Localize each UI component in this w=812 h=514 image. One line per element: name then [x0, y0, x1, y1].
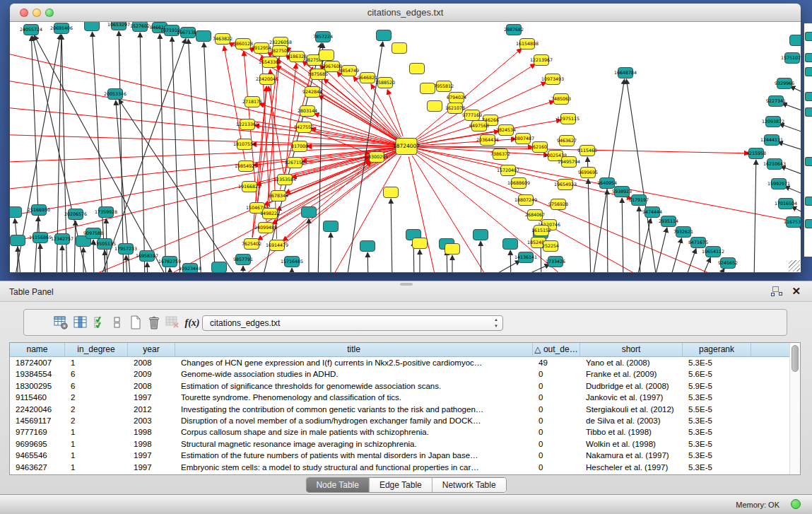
- graph-node[interactable]: [212, 262, 227, 273]
- graph-node[interactable]: 12444131: [760, 135, 783, 146]
- graph-node[interactable]: 5938923: [612, 187, 632, 197]
- graph-node[interactable]: [384, 187, 399, 198]
- graph-node[interactable]: 817008: [291, 141, 308, 152]
- graph-node[interactable]: 3824534: [496, 125, 516, 136]
- tab-edge-table[interactable]: Edge Table: [369, 478, 432, 492]
- graph-node[interactable]: [420, 83, 435, 94]
- column-header-out_degree[interactable]: △ out_de…: [533, 343, 580, 357]
- graph-node[interactable]: 7857224: [313, 32, 333, 42]
- graph-node[interactable]: 16782759: [158, 257, 181, 267]
- graph-node[interactable]: 12975115: [557, 114, 579, 124]
- graph-node[interactable]: [503, 239, 518, 250]
- graph-node[interactable]: 8471675: [688, 238, 708, 248]
- graph-node[interactable]: 12342757: [51, 234, 73, 245]
- graph-node[interactable]: 13505135: [93, 239, 116, 250]
- graph-node[interactable]: 8186328: [287, 52, 307, 62]
- column-header-name[interactable]: name: [10, 343, 65, 357]
- graph-node[interactable]: 1615152: [531, 226, 551, 236]
- table-row[interactable]: 1830029562008Estimation of significance …: [10, 380, 789, 392]
- graph-node[interactable]: [377, 30, 392, 41]
- graph-node[interactable]: 1498222: [260, 209, 280, 219]
- graph-node[interactable]: 20364436: [476, 135, 499, 146]
- resize-grip-icon[interactable]: [789, 260, 800, 271]
- column-header-pagerank[interactable]: pagerank: [683, 343, 751, 357]
- graph-node[interactable]: 2935114: [659, 216, 678, 227]
- graph-node[interactable]: 8678344: [269, 191, 288, 201]
- graph-node[interactable]: 2718176: [242, 97, 262, 107]
- graph-node[interactable]: 6179197: [629, 195, 649, 206]
- graph-node[interactable]: 12213967: [530, 55, 553, 66]
- graph-node[interactable]: 9777169: [462, 110, 482, 121]
- graph-node[interactable]: 7955812: [434, 81, 454, 92]
- graph-node[interactable]: 19654923: [554, 180, 577, 190]
- table-select-combobox[interactable]: citations_edges.txt ▲▼: [202, 315, 503, 331]
- graph-node[interactable]: [10, 207, 22, 218]
- graph-node[interactable]: [11, 235, 25, 246]
- graph-node[interactable]: 9646821: [358, 73, 377, 83]
- graph-node[interactable]: 8860128: [233, 39, 253, 49]
- graph-node[interactable]: [360, 241, 375, 252]
- graph-node[interactable]: 1588520: [375, 78, 395, 88]
- column-header-year[interactable]: year: [128, 343, 175, 357]
- graph-node[interactable]: 9245652: [718, 258, 738, 269]
- graph-node[interactable]: 9857791: [233, 255, 253, 265]
- table-row[interactable]: 911546021997Tourette syndrome. Phenomeno…: [10, 392, 789, 403]
- graph-node[interactable]: 9227341: [766, 96, 786, 107]
- graph-node[interactable]: 9097588: [83, 228, 103, 239]
- graph-node[interactable]: 8912954: [252, 43, 271, 54]
- graph-node[interactable]: 252254: [542, 241, 559, 252]
- graph-node[interactable]: 1733426: [546, 257, 565, 267]
- graph-node[interactable]: 62160: [533, 142, 548, 153]
- function-builder-icon[interactable]: f(x): [184, 315, 201, 332]
- graph-node[interactable]: 20053346: [104, 89, 126, 100]
- graph-node[interactable]: 7463822: [213, 34, 233, 45]
- graph-node[interactable]: 12093872: [762, 117, 784, 127]
- graph-node[interactable]: [392, 43, 407, 54]
- graph-node[interactable]: 16210643: [763, 159, 786, 170]
- graph-node[interactable]: 17957233: [114, 244, 137, 255]
- column-header-title[interactable]: title: [175, 343, 533, 357]
- graph-node[interactable]: 14099489: [254, 223, 277, 233]
- graph-node[interactable]: 6794024: [447, 93, 466, 103]
- graph-node[interactable]: 9699695: [578, 168, 598, 178]
- table-row[interactable]: 946554611997Estimation of the future num…: [10, 450, 789, 461]
- tab-network-table[interactable]: Network Table: [432, 478, 506, 492]
- graph-node[interactable]: 8875685: [308, 69, 328, 80]
- graph-node[interactable]: 12213369: [236, 119, 259, 130]
- graph-node[interactable]: 17359928: [95, 207, 117, 218]
- graph-node[interactable]: 2803144: [298, 106, 317, 117]
- graph-node[interactable]: 25166950: [28, 205, 50, 216]
- graph-node[interactable]: [85, 22, 100, 31]
- column-header-in_degree[interactable]: in_degree: [65, 343, 128, 357]
- graph-node[interactable]: 1640954: [597, 178, 617, 189]
- graph-node[interactable]: 10654112: [702, 247, 724, 257]
- graph-node[interactable]: 1167534: [784, 217, 801, 228]
- graph-node[interactable]: [410, 64, 425, 74]
- table-column-icon[interactable]: [72, 315, 89, 332]
- tab-node-table[interactable]: Node Table: [306, 478, 369, 492]
- graph-node[interactable]: 9115460: [577, 146, 597, 156]
- splitter-handle[interactable]: [400, 283, 413, 286]
- graph-node[interactable]: 9242844: [302, 87, 322, 98]
- graph-node[interactable]: 14136141: [514, 252, 537, 263]
- graph-node[interactable]: 15720407: [497, 165, 519, 176]
- graph-node[interactable]: [413, 238, 428, 249]
- graph-node[interactable]: 1527602: [130, 22, 150, 32]
- graph-node[interactable]: [445, 244, 460, 255]
- graph-node[interactable]: 12923448: [179, 264, 201, 273]
- graph-node[interactable]: [473, 230, 488, 240]
- table-row[interactable]: 1872400712008Changes of HCN gene express…: [10, 357, 789, 368]
- graph-node[interactable]: [324, 221, 339, 232]
- network-canvas[interactable]: 2405572420691406106532971527602846616210…: [10, 22, 801, 272]
- graph-node[interactable]: 18807249: [514, 195, 537, 206]
- table-row[interactable]: 977716911998Corpus callosum shape and si…: [10, 426, 789, 438]
- scrollbar-thumb[interactable]: [792, 345, 799, 372]
- graph-node[interactable]: 16914479: [266, 240, 288, 251]
- table-row[interactable]: 969969511998Structural magnetic resonanc…: [10, 438, 789, 450]
- graph-node[interactable]: 20206576: [64, 209, 87, 220]
- graph-node[interactable]: 9463627: [557, 136, 577, 146]
- graph-node[interactable]: 16958107: [136, 251, 158, 262]
- graph-node[interactable]: 18107554: [233, 139, 256, 150]
- graph-node[interactable]: 24055724: [20, 25, 42, 35]
- column-header-short[interactable]: short: [580, 343, 683, 357]
